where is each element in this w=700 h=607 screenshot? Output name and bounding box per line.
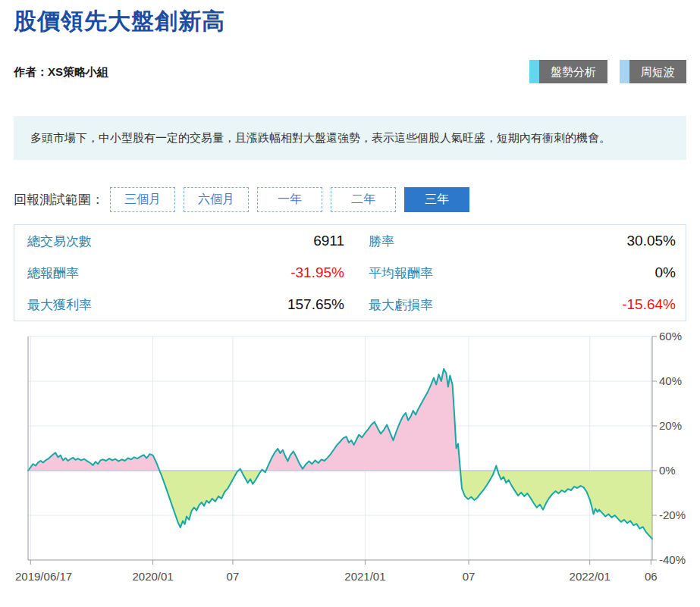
stat-label: 總報酬率 (15, 258, 203, 288)
page-title: 股價領先大盤創新高 (14, 6, 686, 36)
tag-list: 盤勢分析 周短波 (529, 60, 686, 83)
range-button-6m[interactable]: 六個月 (184, 187, 249, 212)
tag-label: 盤勢分析 (539, 60, 607, 83)
strategy-description: 多頭市場下，中小型股有一定的交易量，且漲跌幅相對大盤還強勢，表示這些個股人氣旺盛… (14, 116, 686, 160)
stat-value: -31.95% (205, 258, 355, 288)
stat-value: -15.64% (542, 289, 686, 320)
return-chart-svg: 60%40%20%0%-20%-40%2019/06/172020/010720… (14, 329, 686, 590)
chart-area-positive (28, 369, 652, 539)
y-axis-tick-label: 60% (659, 330, 682, 343)
stat-label: 平均報酬率 (356, 258, 541, 288)
tag-weekly-short-wave[interactable]: 周短波 (620, 60, 686, 83)
x-axis-tick-label: 2022/01 (570, 570, 611, 583)
stat-value: 157.65% (205, 289, 355, 320)
backtest-range-controls: 回報測試範圍： 三個月六個月一年二年三年 (14, 187, 686, 212)
range-button-2y[interactable]: 二年 (331, 187, 396, 212)
backtest-stats-table: 總交易次數6911勝率30.05%總報酬率-31.95%平均報酬率0%最大獲利率… (14, 224, 686, 321)
stat-label: 最大獲利率 (15, 289, 203, 320)
x-axis-tick-label: 2019/06/17 (15, 570, 72, 583)
article-page: 股價領先大盤創新高 作者：XS策略小組 盤勢分析 周短波 多頭市場下，中小型股有… (0, 6, 700, 593)
tag-market-analysis[interactable]: 盤勢分析 (529, 60, 607, 83)
stat-label: 總交易次數 (15, 226, 203, 256)
range-button-1y[interactable]: 一年 (257, 187, 322, 212)
x-axis-tick-label: 2021/01 (344, 570, 385, 583)
stat-value: 0% (542, 258, 686, 288)
stat-label: 最大虧損率 (356, 289, 541, 320)
tag-color-strip (620, 60, 629, 83)
tag-label: 周短波 (629, 60, 686, 83)
y-axis-tick-label: 40% (659, 374, 682, 387)
stat-value: 30.05% (542, 226, 686, 256)
stat-label: 勝率 (356, 226, 541, 256)
range-button-3m[interactable]: 三個月 (110, 187, 175, 212)
y-axis-tick-label: 20% (659, 419, 682, 432)
y-axis-tick-label: 0% (659, 464, 676, 477)
x-axis-tick-label: 07 (463, 570, 476, 583)
y-axis-tick-label: -20% (659, 508, 686, 521)
author-row: 作者：XS策略小組 盤勢分析 周短波 (14, 60, 686, 83)
range-button-3y[interactable]: 三年 (404, 187, 469, 212)
tag-color-strip (529, 60, 539, 83)
x-axis-tick-label: 07 (227, 570, 240, 583)
x-axis-tick-label: 06 (645, 570, 658, 583)
return-chart: 60%40%20%0%-20%-40%2019/06/172020/010720… (14, 329, 686, 593)
range-button-group: 三個月六個月一年二年三年 (110, 187, 478, 212)
y-axis-tick-label: -40% (659, 553, 686, 566)
x-axis-tick-label: 2020/01 (132, 570, 173, 583)
stat-value: 6911 (205, 226, 355, 256)
backtest-range-label: 回報測試範圍： (14, 191, 104, 208)
author-label: 作者：XS策略小組 (14, 65, 108, 83)
